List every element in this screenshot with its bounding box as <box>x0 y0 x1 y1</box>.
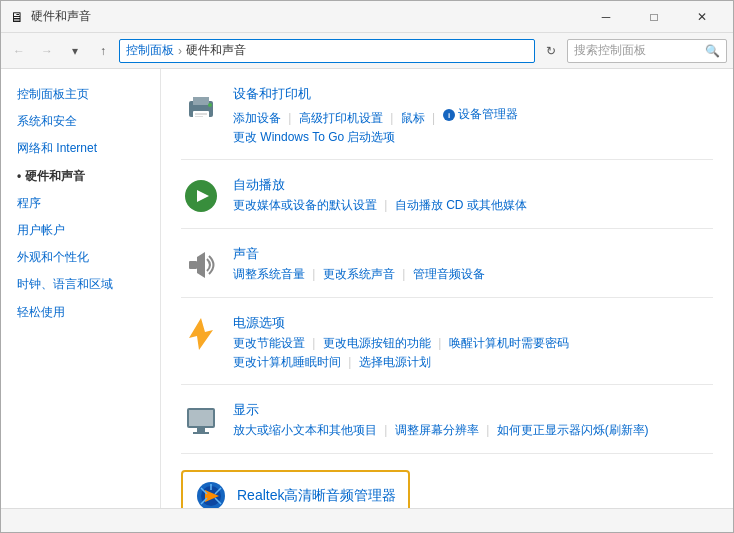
display-flash-link[interactable]: 如何更正显示器闪烁(刷新率) <box>497 423 649 437</box>
autoplay-links: 更改媒体或设备的默认设置 | 自动播放 CD 或其他媒体 <box>233 196 713 215</box>
adjust-volume-link[interactable]: 调整系统音量 <box>233 267 305 281</box>
minimize-button[interactable]: ─ <box>583 1 629 33</box>
sidebar-item-accessibility[interactable]: 轻松使用 <box>1 299 160 326</box>
svg-marker-11 <box>197 252 205 278</box>
title-bar: 🖥 硬件和声音 ─ □ ✕ <box>1 1 733 33</box>
sidebar-item-system-security[interactable]: 系统和安全 <box>1 108 160 135</box>
status-bar <box>1 508 733 532</box>
svg-rect-14 <box>189 410 213 426</box>
close-button[interactable]: ✕ <box>679 1 725 33</box>
sleep-time-link[interactable]: 更改计算机睡眠时间 <box>233 355 341 369</box>
sound-links: 调整系统音量 | 更改系统声音 | 管理音频设备 <box>233 265 713 284</box>
main-content: 控制面板主页 系统和安全 网络和 Internet 硬件和声音 程序 用户帐户 … <box>1 69 733 508</box>
devices-printers-links: 添加设备 | 高级打印机设置 | 鼠标 | i 设备管理器 <box>233 105 713 147</box>
wake-password-link[interactable]: 唤醒计算机时需要密码 <box>449 336 569 350</box>
svg-marker-12 <box>189 318 213 350</box>
recent-locations-button[interactable]: ▾ <box>63 39 87 63</box>
windows-to-go-link[interactable]: 更改 Windows To Go 启动选项 <box>233 130 395 144</box>
sidebar: 控制面板主页 系统和安全 网络和 Internet 硬件和声音 程序 用户帐户 … <box>1 69 161 508</box>
window: 🖥 硬件和声音 ─ □ ✕ ← → ▾ ↑ 控制面板 › 硬件和声音 ↻ 搜索控… <box>0 0 734 533</box>
breadcrumb-separator: › <box>178 44 182 58</box>
text-size-link[interactable]: 放大或缩小文本和其他项目 <box>233 423 377 437</box>
category-display: 显示 放大或缩小文本和其他项目 | 调整屏幕分辨率 | 如何更正显示器闪烁(刷新… <box>181 401 713 454</box>
power-title[interactable]: 电源选项 <box>233 314 713 332</box>
autoplay-icon <box>181 176 221 216</box>
svg-rect-10 <box>189 261 197 269</box>
power-icon <box>181 314 221 354</box>
forward-button[interactable]: → <box>35 39 59 63</box>
sidebar-item-programs[interactable]: 程序 <box>1 190 160 217</box>
breadcrumb-current: 硬件和声音 <box>186 42 246 59</box>
autoplay-title[interactable]: 自动播放 <box>233 176 713 194</box>
device-manager-link[interactable]: i 设备管理器 <box>442 105 518 124</box>
svg-rect-16 <box>193 432 209 434</box>
up-button[interactable]: ↑ <box>91 39 115 63</box>
maximize-button[interactable]: □ <box>631 1 677 33</box>
sidebar-item-appearance[interactable]: 外观和个性化 <box>1 244 160 271</box>
display-links: 放大或缩小文本和其他项目 | 调整屏幕分辨率 | 如何更正显示器闪烁(刷新率) <box>233 421 713 440</box>
realtek-label[interactable]: Realtek高清晰音频管理器 <box>237 487 396 505</box>
svg-text:i: i <box>448 111 450 120</box>
sound-body: 声音 调整系统音量 | 更改系统声音 | 管理音频设备 <box>233 245 713 284</box>
power-settings-link[interactable]: 更改节能设置 <box>233 336 305 350</box>
add-device-link[interactable]: 添加设备 <box>233 111 281 125</box>
content-area: 设备和打印机 添加设备 | 高级打印机设置 | 鼠标 | i <box>161 69 733 508</box>
mouse-link[interactable]: 鼠标 <box>401 111 425 125</box>
resolution-link[interactable]: 调整屏幕分辨率 <box>395 423 479 437</box>
search-box: 搜索控制面板 🔍 <box>567 39 727 63</box>
category-power: 电源选项 更改节能设置 | 更改电源按钮的功能 | 唤醒计算机时需要密码 更改计… <box>181 314 713 385</box>
back-button[interactable]: ← <box>7 39 31 63</box>
sidebar-item-hardware-sound[interactable]: 硬件和声音 <box>1 163 160 190</box>
search-placeholder: 搜索控制面板 <box>574 42 705 59</box>
change-sound-link[interactable]: 更改系统声音 <box>323 267 395 281</box>
svg-rect-3 <box>195 113 207 115</box>
title-bar-buttons: ─ □ ✕ <box>583 1 725 33</box>
sound-icon <box>181 245 221 285</box>
realtek-item[interactable]: Realtek高清晰音频管理器 <box>181 470 410 508</box>
display-body: 显示 放大或缩小文本和其他项目 | 调整屏幕分辨率 | 如何更正显示器闪烁(刷新… <box>233 401 713 440</box>
power-links: 更改节能设置 | 更改电源按钮的功能 | 唤醒计算机时需要密码 更改计算机睡眠时… <box>233 334 713 372</box>
search-icon[interactable]: 🔍 <box>705 44 720 58</box>
power-buttons-link[interactable]: 更改电源按钮的功能 <box>323 336 431 350</box>
display-icon <box>181 401 221 441</box>
address-breadcrumb[interactable]: 控制面板 › 硬件和声音 <box>119 39 535 63</box>
devices-printers-icon <box>181 85 221 125</box>
breadcrumb-home[interactable]: 控制面板 <box>126 42 174 59</box>
window-title: 硬件和声音 <box>31 8 583 25</box>
category-devices-printers: 设备和打印机 添加设备 | 高级打印机设置 | 鼠标 | i <box>181 85 713 160</box>
svg-rect-15 <box>197 428 205 432</box>
svg-point-5 <box>208 103 212 107</box>
autoplay-cd-link[interactable]: 自动播放 CD 或其他媒体 <box>395 198 527 212</box>
manage-audio-link[interactable]: 管理音频设备 <box>413 267 485 281</box>
sound-title[interactable]: 声音 <box>233 245 713 263</box>
refresh-button[interactable]: ↻ <box>539 39 563 63</box>
category-sound: 声音 调整系统音量 | 更改系统声音 | 管理音频设备 <box>181 245 713 298</box>
window-icon: 🖥 <box>9 9 25 25</box>
sidebar-item-clock-region[interactable]: 时钟、语言和区域 <box>1 271 160 298</box>
devices-printers-body: 设备和打印机 添加设备 | 高级打印机设置 | 鼠标 | i <box>233 85 713 147</box>
display-title[interactable]: 显示 <box>233 401 713 419</box>
autoplay-settings-link[interactable]: 更改媒体或设备的默认设置 <box>233 198 377 212</box>
autoplay-body: 自动播放 更改媒体或设备的默认设置 | 自动播放 CD 或其他媒体 <box>233 176 713 215</box>
sidebar-item-control-panel-home[interactable]: 控制面板主页 <box>1 81 160 108</box>
realtek-icon <box>195 480 227 508</box>
sidebar-item-network-internet[interactable]: 网络和 Internet <box>1 135 160 162</box>
print-settings-link[interactable]: 高级打印机设置 <box>299 111 383 125</box>
svg-rect-4 <box>195 116 203 117</box>
sidebar-item-user-accounts[interactable]: 用户帐户 <box>1 217 160 244</box>
power-body: 电源选项 更改节能设置 | 更改电源按钮的功能 | 唤醒计算机时需要密码 更改计… <box>233 314 713 372</box>
devices-printers-title[interactable]: 设备和打印机 <box>233 85 713 103</box>
category-autoplay: 自动播放 更改媒体或设备的默认设置 | 自动播放 CD 或其他媒体 <box>181 176 713 229</box>
power-plan-link[interactable]: 选择电源计划 <box>359 355 431 369</box>
address-bar: ← → ▾ ↑ 控制面板 › 硬件和声音 ↻ 搜索控制面板 🔍 <box>1 33 733 69</box>
svg-rect-1 <box>193 97 209 105</box>
